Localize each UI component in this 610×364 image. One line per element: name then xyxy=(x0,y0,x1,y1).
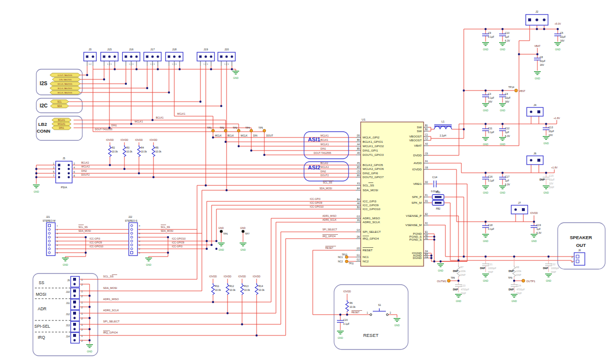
jpin: 1 xyxy=(81,324,83,326)
u1-pinnum: C4 xyxy=(425,256,428,258)
jpin: 1 xyxy=(81,279,83,281)
u1-pinnum: A1 xyxy=(425,237,428,240)
c13-val: 10µF xyxy=(549,130,554,133)
c5-val: 22µF xyxy=(560,35,566,38)
jumper-j20[interactable] xyxy=(218,52,235,61)
connector-j5[interactable] xyxy=(56,161,72,183)
u1-pin: NC1 xyxy=(363,255,369,258)
tp7-testpoint[interactable] xyxy=(242,230,244,233)
u1-pinnum: B6 xyxy=(357,139,360,141)
tp2-testpoint[interactable] xyxy=(224,129,227,132)
c10-volt: 6.3V xyxy=(505,39,510,42)
tp9-testpoint[interactable] xyxy=(522,279,525,282)
net-din1: DIN1 xyxy=(111,124,117,127)
resistor-r4[interactable] xyxy=(137,145,140,157)
r13-val: 10.0k xyxy=(244,288,250,291)
jumper-j14[interactable] xyxy=(71,333,79,343)
iovdd-label: IOVDD xyxy=(209,275,217,278)
jumper-j6[interactable] xyxy=(527,156,543,165)
tp6-testpoint[interactable] xyxy=(220,230,223,233)
ferrite-fb2[interactable] xyxy=(432,200,444,205)
flag-label: BCLK-TAS2555 xyxy=(58,87,72,90)
u1-pin: ADR0_SCLK xyxy=(363,220,381,224)
c21-dnp2: DNP xyxy=(488,271,493,273)
speaker-out-1: SPEAKER xyxy=(570,235,592,240)
tp8-testpoint[interactable] xyxy=(447,279,450,282)
speaker-out-2: OUT xyxy=(576,243,586,248)
jumper-j17[interactable] xyxy=(144,52,161,61)
inductor-l1[interactable] xyxy=(434,125,452,129)
net-icc9: ICC-GPIO9 xyxy=(310,201,322,204)
jumper-j3[interactable] xyxy=(84,52,96,61)
tp4-testpoint[interactable] xyxy=(250,129,253,132)
r14-ref: R14 xyxy=(259,285,263,288)
top-jumpers[interactable] xyxy=(84,15,548,214)
gnd-label: GND xyxy=(555,48,561,51)
tp5-testpoint[interactable] xyxy=(263,129,266,132)
cap-c14[interactable] xyxy=(434,181,436,187)
c5-ref: C5 xyxy=(560,31,564,34)
jumper-j16[interactable] xyxy=(122,52,140,61)
tp14-testpoint[interactable] xyxy=(515,89,518,92)
i2c-title: I2C xyxy=(40,103,48,108)
j16-pins: 1 2 3 xyxy=(129,63,134,65)
resistor-r14[interactable] xyxy=(255,283,258,295)
asi1-sig: WCLK1 xyxy=(320,143,329,146)
j21-icc9: ICC-GPIO9 xyxy=(90,241,102,244)
jumper-j11[interactable] xyxy=(71,299,79,310)
jumper-j15[interactable] xyxy=(101,52,118,61)
u1-pinnum: F1 xyxy=(425,194,428,197)
jumper-j4[interactable] xyxy=(527,107,543,116)
tp1-testpoint[interactable] xyxy=(212,129,214,132)
jumper-j12[interactable] xyxy=(71,310,79,321)
gnd-label: GND xyxy=(233,76,239,79)
j4-ref: J4 xyxy=(534,104,536,106)
u1-pinnum: A2 xyxy=(425,234,428,237)
connector-j8[interactable] xyxy=(574,253,585,265)
spi-net-irq: IRQ_GPIO4 xyxy=(103,331,118,334)
r6-val: 10.0k xyxy=(350,305,356,308)
u1-pin: DIN2_GPI6 xyxy=(363,171,378,175)
jumper-j2[interactable] xyxy=(526,15,548,25)
c23-dnp2: DNP xyxy=(461,292,466,295)
jumper-j10[interactable] xyxy=(71,288,79,299)
j7-ref: J7 xyxy=(518,201,521,204)
tp3-testpoint[interactable] xyxy=(237,129,240,132)
tp14-label: TP14 xyxy=(508,86,514,89)
resistor-r3[interactable] xyxy=(123,145,126,157)
c9-val: 0.1µF xyxy=(488,35,494,38)
u1-pinnum: E4 xyxy=(357,187,360,190)
net-sda-mosi: SDA_MOSI xyxy=(320,187,332,190)
r8-dnp: DNP xyxy=(508,270,514,273)
c3-val: 0.1µF xyxy=(488,96,494,99)
resistor-r13[interactable] xyxy=(241,283,244,295)
u1-pin: BCLK1_GPIO1 xyxy=(363,140,383,143)
tp3-label: TP3 xyxy=(233,126,237,129)
asi2-title: ASI2 xyxy=(308,165,320,170)
c3-volt: 16V xyxy=(488,100,493,103)
resistor-r11[interactable] xyxy=(212,283,214,295)
j14-ref: J14 xyxy=(66,335,70,338)
flag-label: BCLK1 xyxy=(58,119,65,121)
connector-j21[interactable] xyxy=(46,223,55,256)
jumper-j18[interactable] xyxy=(166,52,183,61)
gnd-label: GND xyxy=(483,109,488,112)
spi-jumpers[interactable] xyxy=(71,276,79,343)
tp11-testpoint[interactable] xyxy=(345,260,348,263)
jumper-j9[interactable] xyxy=(71,276,79,287)
fb2-ref: FB2 xyxy=(436,207,440,210)
c3-ref: C3 xyxy=(488,92,491,95)
connector-j22[interactable] xyxy=(129,223,137,256)
resistor-r5[interactable] xyxy=(152,145,155,157)
net-dout2: DOUT2 xyxy=(81,173,90,176)
row-spisel: SPI-SEL xyxy=(34,324,50,329)
c24-dnp2: DNP xyxy=(517,292,522,295)
jumper-j19[interactable] xyxy=(197,52,214,61)
resistor-r2[interactable] xyxy=(108,145,111,157)
resistor-r12[interactable] xyxy=(226,283,229,295)
jumper-j7[interactable] xyxy=(511,205,528,214)
s1-pin: 2 xyxy=(390,312,391,314)
ferrite-fb1[interactable] xyxy=(432,195,444,199)
jumper-j13[interactable] xyxy=(71,321,79,332)
u1-pinnum: D4 xyxy=(425,250,428,253)
